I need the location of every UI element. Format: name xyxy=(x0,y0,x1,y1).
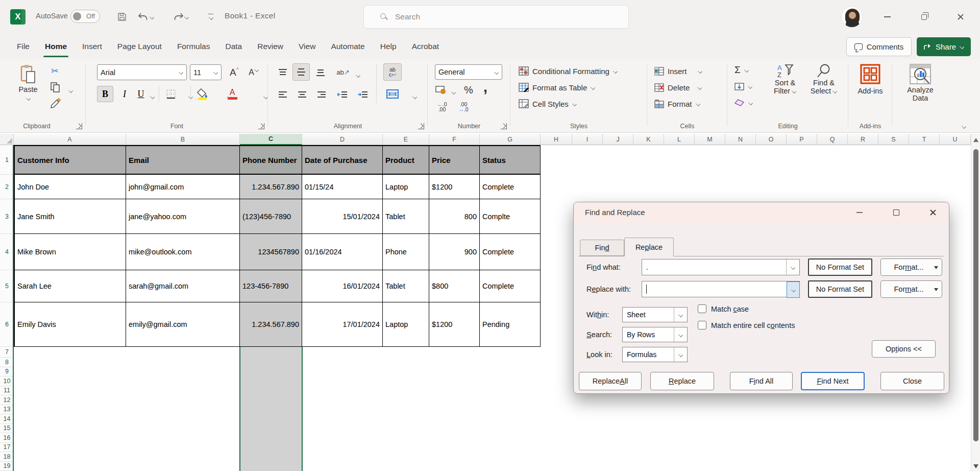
row-header-2[interactable]: 2 xyxy=(0,175,14,199)
cell-B17[interactable] xyxy=(126,443,240,453)
look-in-dropdown-icon[interactable] xyxy=(674,347,687,362)
cell-G6[interactable]: Pending xyxy=(480,302,541,347)
search-select[interactable]: By Rows xyxy=(622,327,688,342)
cell-R17[interactable] xyxy=(848,443,879,453)
bottom-align-button[interactable] xyxy=(313,65,328,80)
cell-J2[interactable] xyxy=(603,175,634,200)
cell-I2[interactable] xyxy=(572,175,603,200)
cell-A13[interactable] xyxy=(14,405,127,415)
replace-with-input[interactable] xyxy=(642,281,800,297)
cell-G19[interactable] xyxy=(480,462,541,471)
cell-M17[interactable] xyxy=(695,443,726,453)
orientation-button[interactable]: ab↗ xyxy=(333,64,353,80)
cell-A11[interactable] xyxy=(14,386,127,396)
comments-button[interactable]: Comments xyxy=(846,37,912,56)
cell-P15[interactable] xyxy=(787,424,818,434)
menu-tab-home[interactable]: Home xyxy=(37,34,75,59)
tab-find[interactable]: Find xyxy=(580,240,624,256)
paste-dropdown-icon[interactable] xyxy=(26,96,31,101)
cell-B15[interactable] xyxy=(126,424,240,434)
cell-O1[interactable] xyxy=(756,145,787,175)
minimize-button[interactable] xyxy=(877,7,897,27)
tab-replace[interactable]: Replace xyxy=(624,238,674,256)
cell-H5[interactable] xyxy=(541,270,573,303)
cell-B12[interactable] xyxy=(126,395,240,406)
cell-K19[interactable] xyxy=(633,462,665,471)
cell-P17[interactable] xyxy=(787,443,818,453)
cell-G1[interactable]: Status xyxy=(480,145,541,175)
cell-J14[interactable] xyxy=(603,414,634,425)
cell-K14[interactable] xyxy=(633,414,665,425)
cell-U17[interactable] xyxy=(940,443,971,453)
cell-A5[interactable]: Sarah Lee xyxy=(14,270,127,303)
cell-B7[interactable] xyxy=(126,347,240,358)
column-header-F[interactable]: F xyxy=(429,134,480,145)
cell-H18[interactable] xyxy=(541,452,573,462)
cell-D16[interactable] xyxy=(302,433,383,443)
cell-B9[interactable] xyxy=(126,367,240,378)
top-align-button[interactable] xyxy=(275,65,290,80)
cell-G11[interactable] xyxy=(480,386,541,396)
cell-S19[interactable] xyxy=(878,462,910,471)
cell-F8[interactable] xyxy=(429,358,480,368)
menu-tab-formulas[interactable]: Formulas xyxy=(169,34,218,59)
cell-T18[interactable] xyxy=(909,452,940,462)
cell-A3[interactable]: Jane Smith xyxy=(14,199,127,234)
cell-E9[interactable] xyxy=(383,367,430,378)
cell-C5[interactable]: 123-456-7890 xyxy=(240,270,303,303)
dialog-close-button[interactable] xyxy=(924,205,942,220)
cell-C2[interactable]: 1.234.567.890 xyxy=(240,175,303,200)
font-dialog-launcher[interactable] xyxy=(258,123,264,129)
cell-H3[interactable] xyxy=(541,199,573,234)
find-what-dropdown[interactable] xyxy=(786,260,799,275)
cell-F10[interactable] xyxy=(429,376,480,387)
cell-N15[interactable] xyxy=(725,424,756,434)
cell-B8[interactable] xyxy=(126,358,240,368)
cell-K13[interactable] xyxy=(633,405,665,415)
look-in-select[interactable]: Formulas xyxy=(622,347,688,362)
cell-H16[interactable] xyxy=(541,433,573,443)
cell-B10[interactable] xyxy=(126,376,240,387)
find-format-preview-button[interactable]: No Format Set xyxy=(808,258,872,276)
dialog-maximize-button[interactable] xyxy=(888,205,905,220)
cell-R1[interactable] xyxy=(848,145,879,175)
column-header-O[interactable]: O xyxy=(756,134,787,145)
cell-M19[interactable] xyxy=(695,462,726,471)
paste-button[interactable]: Paste xyxy=(13,64,43,103)
cell-G16[interactable] xyxy=(480,433,541,443)
cell-D5[interactable]: 16/01/2024 xyxy=(302,270,383,303)
close-button[interactable] xyxy=(950,7,971,27)
cell-T17[interactable] xyxy=(909,443,940,453)
cell-Q12[interactable] xyxy=(817,395,848,406)
menu-tab-automate[interactable]: Automate xyxy=(323,34,372,59)
cell-G7[interactable] xyxy=(480,347,541,358)
cell-J16[interactable] xyxy=(603,433,634,443)
cell-O15[interactable] xyxy=(756,424,787,434)
match-entire-checkbox[interactable] xyxy=(698,321,706,329)
cell-S13[interactable] xyxy=(878,405,910,415)
merge-center-dropdown-icon[interactable] xyxy=(412,95,417,99)
row-header-10[interactable]: 10 xyxy=(0,376,14,386)
cell-B13[interactable] xyxy=(126,405,240,415)
cell-A14[interactable] xyxy=(14,414,127,425)
cell-D13[interactable] xyxy=(302,405,383,415)
cell-M16[interactable] xyxy=(695,433,726,443)
replace-with-dropdown[interactable] xyxy=(787,281,800,298)
row-header-3[interactable]: 3 xyxy=(0,199,14,234)
scrollbar-thumb[interactable] xyxy=(973,149,978,441)
cell-R19[interactable] xyxy=(848,462,879,471)
row-header-18[interactable]: 18 xyxy=(0,452,14,462)
cell-M18[interactable] xyxy=(695,452,726,462)
find-all-button[interactable]: Find All xyxy=(730,372,793,390)
avatar[interactable] xyxy=(841,6,863,28)
cell-E18[interactable] xyxy=(383,452,430,462)
scroll-up-icon[interactable] xyxy=(973,138,978,142)
cell-D4[interactable]: 01/16/2024 xyxy=(302,234,383,271)
merge-center-button[interactable] xyxy=(383,86,402,102)
cell-T2[interactable] xyxy=(909,175,940,200)
column-header-R[interactable]: R xyxy=(848,134,878,145)
cell-T19[interactable] xyxy=(909,462,940,471)
cell-E3[interactable]: Tablet xyxy=(383,199,430,234)
cell-T15[interactable] xyxy=(909,424,940,434)
cell-F13[interactable] xyxy=(429,405,480,415)
